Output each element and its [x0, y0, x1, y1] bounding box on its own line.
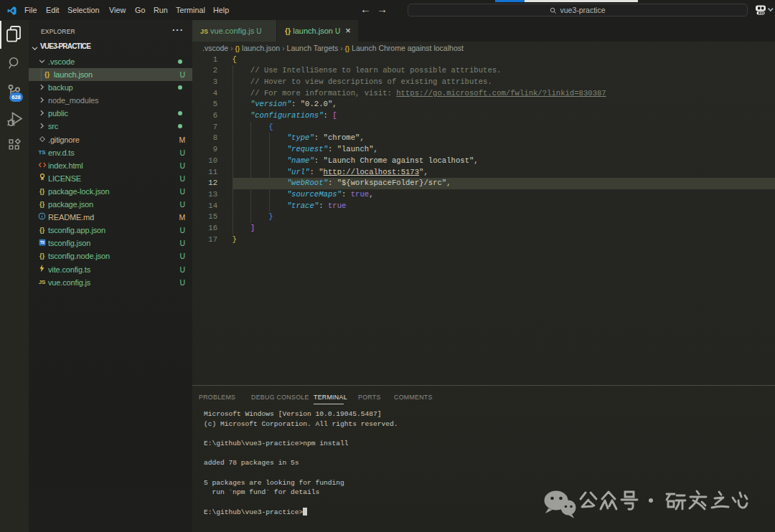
svg-text:TS: TS — [39, 241, 44, 245]
